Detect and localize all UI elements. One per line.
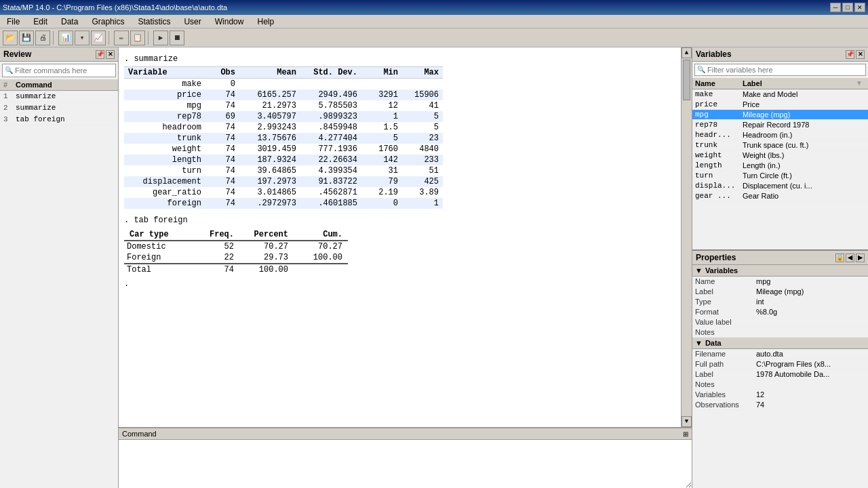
var-row[interactable]: pricePrice [692,100,868,110]
menu-user[interactable]: User [180,16,205,28]
sum-obs: 74 [205,133,239,144]
toolbar-chart2-btn[interactable]: 📈 [91,30,106,45]
summarize-row: mpg 74 21.2973 5.785503 12 41 [124,100,443,111]
var-rows: makeMake and ModelpricePricempgMileage (… [692,89,868,249]
sum-var: weight [124,144,205,155]
prop-key: Notes [695,328,756,336]
var-row[interactable]: lengthLength (in.) [692,161,868,171]
var-row[interactable]: turnTurn Circle (ft.) [692,171,868,181]
right-panel: Variables 📌 ✕ 🔍 Name Label ▼ makeMake an… [692,47,868,488]
scroll-up-btn[interactable]: ▲ [682,47,692,58]
sum-min: 3291 [361,89,402,100]
summarize-row: displacement 74 197.2973 91.83722 79 425 [124,176,443,187]
sum-mean: 39.64865 [239,165,300,176]
toolbar-dropdown-btn[interactable]: ▾ [75,30,90,45]
scroll-thumb[interactable] [683,60,690,100]
variables-pin-btn[interactable]: 📌 [846,50,854,59]
menu-help[interactable]: Help [253,16,278,28]
prop-next-btn[interactable]: ▶ [856,253,865,262]
menu-edit[interactable]: Edit [29,16,52,28]
sum-var: trunk [124,133,205,144]
sum-var: mpg [124,100,205,111]
review-row[interactable]: 2summarize [0,102,118,114]
maximize-button[interactable]: □ [842,3,853,12]
toolbar-do-btn[interactable]: ▶ [153,30,168,45]
review-pin-btn[interactable]: 📌 [96,50,104,59]
variables-close-btn[interactable]: ✕ [856,50,865,59]
sum-std: .4562871 [300,187,361,198]
col-min: Min [361,67,402,79]
sum-std: 22.26634 [300,155,361,165]
toolbar-save-btn[interactable]: 💾 [19,30,34,45]
properties-panel: Properties 🔒 ◀ ▶ ▼ Variables NamempgLabe… [692,251,868,488]
sum-var: displacement [124,176,205,187]
var-name: length [695,161,743,169]
properties-title: Properties [696,253,736,262]
sum-std: 91.83722 [300,176,361,187]
var-row[interactable]: weightWeight (lbs.) [692,150,868,161]
review-col-command: Command [16,81,115,89]
toolbar-data-btn[interactable]: 📋 [130,30,145,45]
tf-total-cum [294,264,348,275]
prop-variables-section[interactable]: ▼ Variables [692,265,868,277]
sum-max: 233 [402,155,443,165]
toolbar-print-btn[interactable]: 🖨 [35,30,50,45]
var-row[interactable]: gear ...Gear Ratio [692,191,868,201]
prop-var-rows: NamempgLabelMileage (mpg)TypeintFormat%8… [692,277,868,338]
sum-min: 1760 [361,144,402,155]
tf-freq: 52 [192,241,239,252]
tf-col-freq: Freq. [192,229,239,241]
var-sort-icon[interactable]: ▼ [856,79,865,87]
sum-mean [239,79,300,90]
var-name: headr... [695,131,743,139]
menu-data[interactable]: Data [57,16,82,28]
sum-mean: 13.75676 [239,133,300,144]
review-row[interactable]: 1summarize [0,91,118,102]
minimize-button[interactable]: ─ [830,3,841,12]
toolbar-graph-btn[interactable]: 📊 [58,30,73,45]
tf-total-pct: 100.00 [239,264,294,275]
scroll-track[interactable] [682,58,692,416]
var-row[interactable]: headr...Headroom (in.) [692,130,868,140]
prop-prev-btn[interactable]: ◀ [846,253,854,262]
command-input[interactable] [119,440,692,488]
review-close-btn[interactable]: ✕ [106,50,115,59]
sum-max: 5 [402,111,443,122]
review-filter-input[interactable] [15,66,113,75]
close-button[interactable]: ✕ [854,3,865,12]
sum-mean: 3.014865 [239,187,300,198]
prop-variables-label: Variables [705,266,738,274]
sum-var: length [124,155,205,165]
prop-data-section[interactable]: ▼ Data [692,338,868,349]
toolbar-edit-btn[interactable]: ✏ [114,30,129,45]
var-row[interactable]: mpgMileage (mpg) [692,110,868,120]
command-expand-icon[interactable]: ⊞ [683,430,688,438]
var-label: Repair Record 1978 [743,121,865,129]
prop-key: Type [695,298,756,306]
menu-file[interactable]: File [3,16,24,28]
var-row[interactable]: makeMake and Model [692,89,868,100]
toolbar-open-btn[interactable]: 📂 [3,30,18,45]
var-label: Price [743,100,865,108]
prop-lock-btn[interactable]: 🔒 [835,253,844,262]
review-row-num: 1 [3,92,16,100]
sum-max: 15906 [402,89,443,100]
var-row[interactable]: trunkTrunk space (cu. ft.) [692,140,868,150]
menu-graphics[interactable]: Graphics [87,16,128,28]
var-row[interactable]: displa...Displacement (cu. i... [692,181,868,191]
sum-min: 31 [361,165,402,176]
menu-window[interactable]: Window [211,16,248,28]
menu-statistics[interactable]: Statistics [134,16,174,28]
prop-val: 1978 Automobile Da... [756,370,865,378]
var-filter-input[interactable] [707,66,863,74]
vertical-scrollbar[interactable]: ▲ ▼ [681,47,692,427]
review-row[interactable]: 3tab foreign [0,114,118,125]
sum-min: 79 [361,176,402,187]
toolbar-stop-btn[interactable]: ⏹ [170,30,184,45]
scroll-down-btn[interactable]: ▼ [682,416,692,427]
tf-type: Domestic [124,241,192,252]
var-row[interactable]: rep78Repair Record 1978 [692,120,868,130]
sum-std: .8459948 [300,122,361,133]
sum-std: .4601885 [300,198,361,209]
tf-type: Foreign [124,252,192,264]
